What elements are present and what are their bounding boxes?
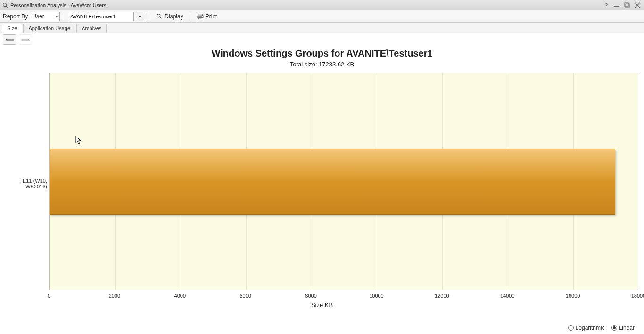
arrow-left-icon: ⟸ <box>5 36 14 43</box>
chart-plot: IE11 (W10, WS2016) Size KB 0200040006000… <box>0 73 644 318</box>
scale-linear-radio[interactable]: Linear <box>611 325 635 331</box>
plot-area <box>49 73 638 290</box>
display-label: Display <box>165 13 183 20</box>
minimize-button[interactable] <box>612 1 621 9</box>
browse-button[interactable]: ··· <box>136 12 145 21</box>
scale-logarithmic-radio[interactable]: Logarithmic <box>568 325 605 331</box>
svg-line-1 <box>6 6 8 8</box>
print-icon <box>197 13 204 20</box>
x-tick: 12000 <box>435 293 449 299</box>
chart-title: Windows Settings Groups for AVANITE\Test… <box>0 48 644 59</box>
tab-size[interactable]: Size <box>2 24 22 33</box>
y-axis-category: IE11 (W10, WS2016) <box>4 178 47 189</box>
svg-rect-5 <box>626 4 629 8</box>
scale-log-label: Logarithmic <box>576 325 605 331</box>
svg-rect-10 <box>198 14 202 16</box>
nav-back-button[interactable]: ⟸ <box>3 34 16 45</box>
chart-subtitle: Total size: 17283.62 KB <box>0 61 644 68</box>
x-tick: 16000 <box>566 293 580 299</box>
x-tick: 18000 <box>631 293 644 299</box>
maximize-button[interactable] <box>622 1 632 9</box>
tab-archives[interactable]: Archives <box>76 24 107 33</box>
close-button[interactable] <box>633 1 642 9</box>
print-button[interactable]: Print <box>194 12 220 21</box>
print-label: Print <box>206 13 217 20</box>
help-icon[interactable]: ? <box>602 1 611 9</box>
separator <box>190 12 190 21</box>
svg-text:?: ? <box>605 2 608 8</box>
chevron-down-icon: ▾ <box>56 14 58 19</box>
tab-application-usage[interactable]: Application Usage <box>23 24 75 33</box>
app-icon <box>2 2 8 8</box>
chart-zone: Windows Settings Groups for AVANITE\Test… <box>0 48 644 318</box>
svg-point-0 <box>3 3 7 6</box>
toolbar: Report By User ▾ ··· Display Print <box>0 10 644 23</box>
x-axis-label: Size KB <box>311 301 333 309</box>
display-button[interactable]: Display <box>153 12 186 21</box>
svg-rect-4 <box>625 3 628 7</box>
separator <box>64 12 64 21</box>
window-title: Personalization Analysis - AvaWcm Users <box>10 2 601 8</box>
svg-rect-3 <box>614 6 619 7</box>
tabs: Size Application Usage Archives <box>0 23 644 33</box>
x-tick: 0 <box>48 293 50 299</box>
x-tick: 8000 <box>305 293 316 299</box>
report-by-select[interactable]: User ▾ <box>30 12 60 21</box>
target-input[interactable] <box>68 12 134 21</box>
svg-point-8 <box>157 14 160 17</box>
scale-lin-label: Linear <box>619 325 635 331</box>
radio-icon <box>611 325 617 331</box>
radio-icon <box>568 325 574 331</box>
report-by-label: Report By <box>3 13 28 20</box>
x-tick: 2000 <box>109 293 120 299</box>
scale-selector: Logarithmic Linear <box>568 325 635 331</box>
titlebar: Personalization Analysis - AvaWcm Users … <box>0 0 644 10</box>
nav-forward-button[interactable]: ⟹ <box>19 34 32 45</box>
chart-bar[interactable] <box>50 149 615 215</box>
arrow-right-icon: ⟹ <box>21 36 30 43</box>
x-tick: 10000 <box>369 293 384 299</box>
svg-line-9 <box>160 16 162 18</box>
separator <box>149 12 149 21</box>
x-tick: 4000 <box>174 293 186 299</box>
x-tick: 14000 <box>500 293 515 299</box>
nav-row: ⟸ ⟹ <box>0 33 644 46</box>
report-by-value: User <box>32 13 44 20</box>
search-icon <box>156 13 163 20</box>
x-tick: 6000 <box>239 293 251 299</box>
